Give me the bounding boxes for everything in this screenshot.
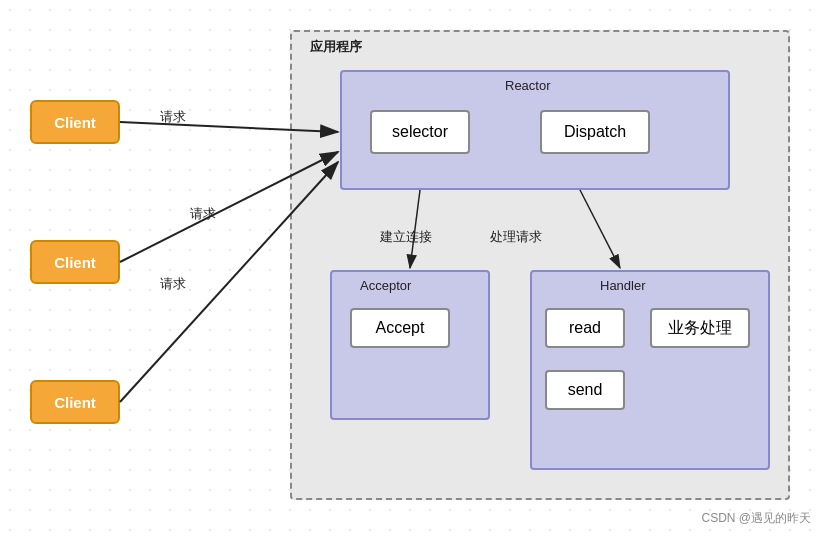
accept-box: Accept (350, 308, 450, 348)
read-label: read (569, 319, 601, 337)
client2-label: Client (54, 254, 96, 271)
yewu-label: 业务处理 (668, 318, 732, 339)
yewu-box: 业务处理 (650, 308, 750, 348)
send-box: send (545, 370, 625, 410)
app-label: 应用程序 (310, 38, 362, 56)
selector-label: selector (392, 123, 448, 141)
client1-label: Client (54, 114, 96, 131)
client2-box: Client (30, 240, 120, 284)
client3-box: Client (30, 380, 120, 424)
send-label: send (568, 381, 603, 399)
request3-label: 请求 (160, 275, 186, 293)
client3-label: Client (54, 394, 96, 411)
read-box: read (545, 308, 625, 348)
reactor-label: Reactor (505, 78, 551, 93)
selector-box: selector (370, 110, 470, 154)
handler-label: Handler (600, 278, 646, 293)
dispatch-box: Dispatch (540, 110, 650, 154)
build-conn-label: 建立连接 (380, 228, 432, 246)
watermark: CSDN @遇见的昨天 (701, 510, 811, 527)
accept-label: Accept (376, 319, 425, 337)
request2-label: 请求 (190, 205, 216, 223)
client1-box: Client (30, 100, 120, 144)
handle-req-label: 处理请求 (490, 228, 542, 246)
request1-label: 请求 (160, 108, 186, 126)
diagram-canvas: 应用程序 Reactor selector Dispatch Acceptor … (0, 0, 826, 537)
acceptor-label: Acceptor (360, 278, 411, 293)
dispatch-label: Dispatch (564, 123, 626, 141)
